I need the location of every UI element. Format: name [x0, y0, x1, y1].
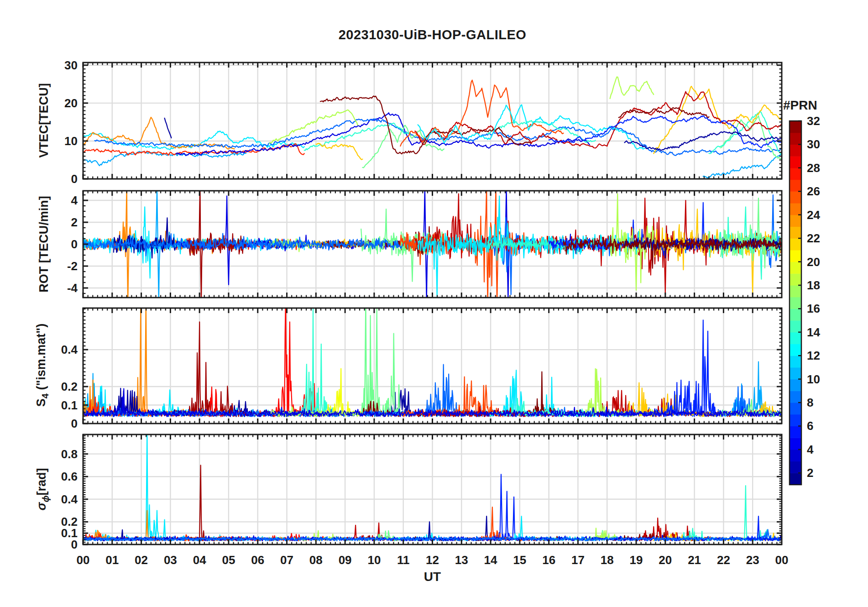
panel-rot: -4-2024: [67, 185, 782, 303]
colorbar-tick-label: 6: [807, 419, 813, 433]
xtick-label: 02: [135, 553, 148, 567]
ytick-label: 20: [64, 96, 78, 110]
series-prn-22: [316, 143, 362, 160]
panel-sigphi: 00.10.20.40.60.8: [61, 431, 782, 551]
colorbar-segment: [790, 238, 801, 250]
xtick-label: 16: [542, 553, 555, 567]
colorbar-segment: [790, 191, 801, 203]
panel-s4-ytick-labels: 00.10.20.4: [61, 343, 78, 430]
colorbar-title: #PRN: [783, 98, 817, 113]
xtick-label: 13: [455, 553, 468, 567]
ylabel-sigma-phi: σϕ[rad]: [35, 468, 51, 510]
colorbar-segment: [790, 320, 801, 332]
ytick-label: -4: [67, 281, 78, 295]
colorbar: 2468101214161820222426283032: [790, 114, 820, 485]
series-prn-32: [619, 108, 709, 118]
ytick-label: 0: [71, 237, 78, 251]
xtick-label: 00: [775, 553, 789, 567]
xtick-label: 20: [659, 553, 672, 567]
chart-svg: 0102030-4-202400.10.20.400.10.20.40.60.8…: [0, 0, 868, 607]
ylabel-rot-text: ROT [TECU/min]: [37, 196, 51, 292]
colorbar-segment: [790, 250, 801, 262]
colorbar-segment: [790, 473, 801, 485]
ytick-label: 0.4: [61, 492, 78, 506]
colorbar-tick-label: 28: [807, 161, 820, 175]
colorbar-segment: [790, 203, 801, 215]
colorbar-segment: [790, 262, 801, 274]
ylabel-vtec: VTEC[TECU]: [37, 83, 51, 158]
series-prn-18: [610, 77, 654, 99]
ytick-label: 0.2: [61, 515, 78, 529]
colorbar-tick-label: 24: [807, 208, 820, 222]
colorbar-segment: [790, 461, 801, 473]
colorbar-segment: [790, 356, 801, 367]
colorbar-segment: [790, 215, 801, 227]
colorbar-tick-label: 26: [807, 184, 820, 198]
ylabel-vtec-text: VTEC[TECU]: [37, 83, 51, 158]
xtick-label: 00: [77, 553, 90, 567]
ytick-label: 2: [71, 215, 78, 229]
ylabel-s4-sub: 4: [40, 393, 50, 398]
colorbar-segment: [790, 309, 801, 320]
colorbar-tick-label: 8: [807, 396, 813, 409]
colorbar-segment: [790, 168, 801, 180]
panel-vtec: 0102030: [64, 58, 782, 186]
series-prn-12: [83, 431, 304, 541]
ytick-label: -2: [67, 259, 78, 273]
colorbar-segment: [790, 332, 801, 344]
ytick-label: 10: [64, 134, 78, 148]
colorbar-segment: [790, 391, 801, 403]
xtick-label: 19: [630, 553, 643, 567]
ytick-label: 0.1: [61, 398, 78, 412]
colorbar-segment: [790, 285, 801, 297]
figure-canvas: 20231030-UiB-HOP-GALILEO 0102030-4-20240…: [0, 0, 868, 607]
series-prn-12: [83, 131, 304, 150]
colorbar-segment: [790, 450, 801, 461]
xtick-label: 18: [601, 553, 614, 567]
series-prn-22: [654, 86, 782, 153]
panel-vtec-ytick-labels: 0102030: [64, 58, 78, 186]
panel-rot-ytick-labels: -4-2024: [67, 194, 78, 295]
colorbar-tick-label: 16: [807, 302, 820, 315]
colorbar-tick-label: 2: [807, 466, 813, 480]
ylabel-rot: ROT [TECU/min]: [37, 196, 51, 292]
ytick-label: 0.2: [61, 380, 78, 393]
colorbar-segment: [790, 121, 801, 133]
ytick-label: 0.6: [61, 470, 78, 483]
ylabel-sigma-sub: ϕ: [41, 495, 51, 502]
panel-sigphi-grid: [83, 434, 782, 544]
colorbar-tick-label: 14: [807, 325, 820, 339]
ytick-label: 0.8: [61, 447, 78, 461]
ylabel-sigma-base: σ: [35, 502, 48, 511]
xtick-label: 14: [484, 553, 497, 567]
xtick-label: 07: [280, 553, 293, 567]
colorbar-segment: [790, 403, 801, 414]
ytick-label: 0: [71, 172, 78, 186]
ylabel-s4: S4 ("ism.mat"): [34, 324, 50, 407]
xtick-label: 09: [339, 553, 352, 567]
colorbar-segment: [790, 180, 801, 192]
xtick-label: 22: [717, 553, 730, 567]
xtick-label: 06: [251, 553, 264, 567]
colorbar-tick-label: 4: [807, 443, 814, 456]
colorbar-segment: [790, 226, 801, 238]
colorbar-segment: [790, 144, 801, 156]
ytick-label: 4: [71, 194, 78, 207]
xtick-label: 01: [105, 553, 119, 567]
xtick-label: 17: [571, 553, 585, 567]
colorbar-segment: [790, 367, 801, 379]
xtick-label: 15: [513, 553, 526, 567]
colorbar-segment: [790, 344, 801, 356]
ytick-label: 30: [64, 58, 78, 72]
colorbar-tick-label: 10: [807, 372, 820, 386]
xtick-labels: 0001020304050607080910111213141516171819…: [77, 553, 789, 567]
colorbar-segment: [790, 156, 801, 168]
colorbar-segment: [790, 379, 801, 391]
colorbar-tick-label: 18: [807, 278, 820, 292]
xtick-label: 04: [193, 553, 206, 567]
colorbar-segment: [790, 133, 801, 145]
xtick-label: 11: [397, 553, 410, 567]
colorbar-segment: [790, 438, 801, 450]
series-prn-10: [703, 154, 782, 178]
panel-sigphi-ytick-labels: 00.10.20.40.60.8: [61, 447, 78, 551]
